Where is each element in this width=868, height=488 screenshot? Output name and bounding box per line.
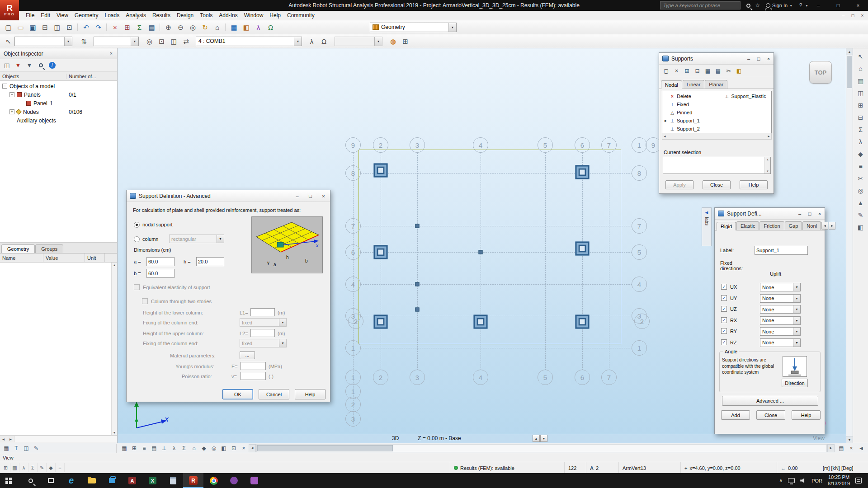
initial-view-icon[interactable]: ⌂ (211, 21, 223, 33)
layout-icon[interactable]: ◫ (21, 444, 31, 453)
l1-input[interactable] (250, 308, 275, 316)
store-icon[interactable] (102, 473, 122, 488)
support-symbol[interactable] (374, 164, 388, 178)
uplift-select[interactable]: None ▼ (760, 294, 801, 303)
direction-checkbox[interactable] (721, 317, 727, 323)
rotate-view-icon[interactable]: ↻ (199, 21, 211, 33)
display-grid-icon[interactable]: ▦ (855, 75, 867, 86)
uplift-select[interactable]: None ▼ (760, 338, 801, 347)
list-horizontal-scrollbar[interactable]: ◄ ► (662, 133, 772, 140)
close-button[interactable]: × (764, 53, 774, 64)
scrollbar-thumb[interactable] (257, 445, 393, 451)
direction-button[interactable]: Direction (782, 379, 808, 387)
expander-icon[interactable]: + (9, 109, 14, 114)
close-button[interactable]: Close (756, 410, 785, 420)
display-attributes-icon[interactable]: ▦ (228, 21, 240, 33)
menu-item[interactable]: Geometry (71, 11, 102, 20)
maximize-button[interactable]: □ (304, 190, 317, 202)
minimize-button[interactable]: – (744, 53, 754, 64)
status-loads-icon[interactable]: λ (19, 463, 28, 472)
grid-axis-label[interactable]: 7 (345, 218, 361, 234)
support-symbol[interactable] (374, 315, 388, 329)
viewcube-top-button[interactable]: TOP (809, 61, 832, 84)
inspector-tab[interactable]: Groups (35, 244, 63, 253)
print-preview-icon[interactable]: ◫ (51, 21, 63, 33)
parameters-button[interactable]: ⊞ (399, 35, 411, 47)
favorites-star-icon[interactable]: ☆ (753, 0, 762, 11)
help-button[interactable]: Help (792, 410, 821, 420)
support-list-item[interactable]: ⊥ Fixed (662, 100, 717, 108)
robot-taskbar-icon[interactable]: R (183, 473, 203, 488)
bar-numbers-icon[interactable]: ≡ (139, 444, 149, 453)
status-grid-icon[interactable]: ⊞ (1, 463, 10, 472)
units-display[interactable]: [m] [kN] [Deg] (819, 462, 857, 474)
panel-numbers-icon[interactable]: ▤ (149, 444, 159, 453)
volume-icon[interactable] (800, 478, 806, 483)
uplift-select[interactable]: None ▼ (760, 283, 801, 291)
grid-axis-label[interactable]: 3 (410, 370, 425, 385)
view-panel-icon[interactable]: ◫ (855, 88, 867, 99)
support-list-item[interactable]: ⊥ Support_2 (662, 125, 717, 133)
clock[interactable]: 10:25 PM 8/13/2019 (828, 474, 850, 487)
search-icon[interactable] (36, 61, 46, 70)
mdi-minimize-button[interactable]: – (839, 11, 848, 19)
minimize-button[interactable]: – (795, 208, 805, 219)
zoom-window-icon[interactable]: ◎ (187, 21, 199, 33)
support-symbol[interactable] (576, 315, 590, 329)
tree-item[interactable]: + Nodes 0/106 (0, 108, 117, 116)
sum-icon[interactable]: Σ (855, 124, 867, 135)
selection-scrollbar[interactable]: ▲ ▼ (764, 157, 770, 174)
view-manage-button[interactable]: ◫ (168, 35, 180, 47)
advanced-button[interactable]: Advanced ... (722, 396, 818, 406)
bar-selection-combo[interactable]: ▼ (94, 37, 139, 46)
new-support-icon[interactable]: ▢ (661, 66, 671, 75)
support-list-item[interactable]: △ Pinned (662, 108, 717, 117)
menu-item[interactable]: View (53, 11, 71, 20)
scrollbar-track[interactable] (14, 436, 117, 442)
grid-axis-label[interactable]: 1 (632, 137, 647, 153)
zoom-out-icon[interactable]: ⊖ (175, 21, 187, 33)
cut-icon[interactable]: ✂ (724, 66, 733, 75)
tree-item[interactable]: Panel 1 (0, 99, 117, 108)
menu-item[interactable]: File (23, 11, 38, 20)
swap-button[interactable]: ⇄ (180, 35, 192, 47)
table-view-icon[interactable]: ▤ (836, 444, 846, 453)
l2-input[interactable] (250, 329, 275, 337)
network-icon[interactable] (788, 478, 795, 483)
number-column-header[interactable]: Number of... (66, 74, 96, 79)
calculation-icon[interactable]: ⊞ (121, 21, 133, 33)
menu-item[interactable]: Design (174, 11, 197, 20)
new-project-icon[interactable]: ▢ (2, 21, 14, 33)
collapse-arrow-icon[interactable]: ◄ (704, 210, 709, 215)
loads-button[interactable]: λ (306, 35, 318, 47)
search-input[interactable] (660, 1, 741, 9)
h-input[interactable] (196, 257, 224, 266)
print-icon[interactable]: ⊟ (39, 21, 51, 33)
special-select-button[interactable]: ⇅ (78, 35, 90, 47)
tree-item[interactable]: Auxiliary objects (0, 116, 117, 125)
planar-table-icon[interactable]: ▦ (703, 66, 712, 75)
support-symbol[interactable] (474, 315, 488, 329)
minimize-button[interactable]: – (808, 0, 828, 11)
help-button[interactable]: Help (740, 180, 768, 189)
object-inspector-icon[interactable]: ◧ (240, 21, 252, 33)
docked-tabs-strip[interactable]: ◄ tabs (702, 207, 712, 246)
find-button[interactable]: ◎ (143, 35, 156, 47)
filter-icon[interactable]: ▼ (24, 61, 34, 70)
cancel-button[interactable]: Cancel (259, 389, 289, 399)
screen-capture-icon[interactable]: ⊡ (63, 21, 75, 33)
save-icon[interactable]: ▣ (27, 21, 39, 33)
language-indicator[interactable]: POR (811, 478, 822, 483)
edit-mode-icon[interactable]: ✎ (31, 444, 41, 453)
scroll-right-icon[interactable]: ► (767, 135, 770, 138)
mdi-close-button[interactable]: × (858, 11, 867, 19)
status-sum-icon[interactable]: Σ (28, 463, 38, 472)
column-radio[interactable] (134, 236, 140, 242)
grid-axis-label[interactable]: 1 (632, 340, 647, 356)
add-button[interactable]: Add (721, 410, 750, 420)
close-button[interactable]: × (815, 208, 825, 219)
menu-item[interactable]: Loads (102, 11, 123, 20)
filter-remove-icon[interactable]: ▼ (13, 61, 23, 70)
chrome-icon[interactable] (203, 473, 224, 488)
tree-item[interactable]: − Objects of a model (0, 82, 117, 90)
